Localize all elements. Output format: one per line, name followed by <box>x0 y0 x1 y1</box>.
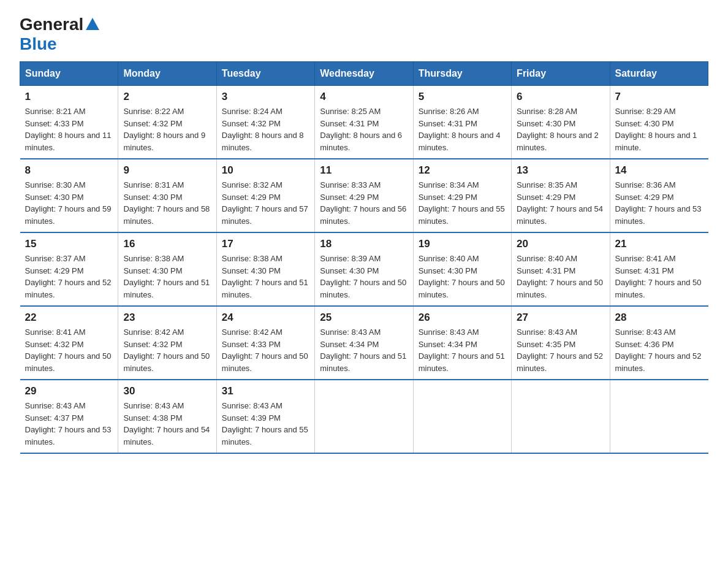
day-number: 2 <box>123 91 211 103</box>
calendar-cell: 15 Sunrise: 8:37 AM Sunset: 4:29 PM Dayl… <box>20 232 118 306</box>
day-number: 6 <box>517 91 604 103</box>
day-number: 8 <box>25 164 113 177</box>
svg-marker-0 <box>86 18 99 30</box>
day-number: 24 <box>222 312 309 324</box>
day-info: Sunrise: 8:43 AM Sunset: 4:38 PM Dayligh… <box>123 400 211 448</box>
day-number: 20 <box>517 238 604 250</box>
calendar-cell: 10 Sunrise: 8:32 AM Sunset: 4:29 PM Dayl… <box>216 159 314 232</box>
week-row-3: 15 Sunrise: 8:37 AM Sunset: 4:29 PM Dayl… <box>20 232 708 306</box>
day-info: Sunrise: 8:29 AM Sunset: 4:30 PM Dayligh… <box>615 105 703 153</box>
day-info: Sunrise: 8:25 AM Sunset: 4:31 PM Dayligh… <box>320 105 408 153</box>
day-info: Sunrise: 8:32 AM Sunset: 4:29 PM Dayligh… <box>222 179 309 227</box>
day-info: Sunrise: 8:43 AM Sunset: 4:39 PM Dayligh… <box>222 400 309 448</box>
logo-triangle-icon <box>86 18 99 33</box>
header-wednesday: Wednesday <box>315 62 413 86</box>
day-info: Sunrise: 8:22 AM Sunset: 4:32 PM Dayligh… <box>123 105 211 153</box>
day-number: 9 <box>123 164 211 177</box>
day-info: Sunrise: 8:43 AM Sunset: 4:34 PM Dayligh… <box>320 326 408 374</box>
calendar-cell: 31 Sunrise: 8:43 AM Sunset: 4:39 PM Dayl… <box>216 380 314 453</box>
day-number: 29 <box>25 385 113 397</box>
calendar-cell: 24 Sunrise: 8:42 AM Sunset: 4:33 PM Dayl… <box>216 306 314 380</box>
calendar-cell: 21 Sunrise: 8:41 AM Sunset: 4:31 PM Dayl… <box>610 232 708 306</box>
day-number: 14 <box>615 164 703 177</box>
header-monday: Monday <box>118 62 216 86</box>
calendar-cell: 12 Sunrise: 8:34 AM Sunset: 4:29 PM Dayl… <box>413 159 511 232</box>
calendar-cell: 1 Sunrise: 8:21 AM Sunset: 4:33 PM Dayli… <box>20 86 118 159</box>
day-number: 31 <box>222 385 309 397</box>
logo: General Blue <box>20 15 99 54</box>
day-number: 4 <box>320 91 408 103</box>
day-info: Sunrise: 8:40 AM Sunset: 4:30 PM Dayligh… <box>419 253 506 301</box>
calendar-cell <box>610 380 708 453</box>
calendar-cell: 5 Sunrise: 8:26 AM Sunset: 4:31 PM Dayli… <box>413 86 511 159</box>
day-info: Sunrise: 8:33 AM Sunset: 4:29 PM Dayligh… <box>320 179 408 227</box>
day-number: 3 <box>222 91 309 103</box>
day-number: 27 <box>517 312 604 324</box>
calendar-cell: 9 Sunrise: 8:31 AM Sunset: 4:30 PM Dayli… <box>118 159 216 232</box>
day-info: Sunrise: 8:40 AM Sunset: 4:31 PM Dayligh… <box>517 253 604 301</box>
calendar-cell: 22 Sunrise: 8:41 AM Sunset: 4:32 PM Dayl… <box>20 306 118 380</box>
header-thursday: Thursday <box>413 62 511 86</box>
calendar-cell: 29 Sunrise: 8:43 AM Sunset: 4:37 PM Dayl… <box>20 380 118 453</box>
day-info: Sunrise: 8:24 AM Sunset: 4:32 PM Dayligh… <box>222 105 309 153</box>
calendar-cell: 25 Sunrise: 8:43 AM Sunset: 4:34 PM Dayl… <box>315 306 413 380</box>
day-number: 11 <box>320 164 408 177</box>
day-info: Sunrise: 8:38 AM Sunset: 4:30 PM Dayligh… <box>123 253 211 301</box>
header-friday: Friday <box>512 62 610 86</box>
day-number: 5 <box>419 91 506 103</box>
calendar-wrapper: SundayMondayTuesdayWednesdayThursdayFrid… <box>0 61 728 473</box>
calendar-cell: 28 Sunrise: 8:43 AM Sunset: 4:36 PM Dayl… <box>610 306 708 380</box>
calendar-cell: 8 Sunrise: 8:30 AM Sunset: 4:30 PM Dayli… <box>20 159 118 232</box>
calendar-cell: 11 Sunrise: 8:33 AM Sunset: 4:29 PM Dayl… <box>315 159 413 232</box>
day-info: Sunrise: 8:43 AM Sunset: 4:34 PM Dayligh… <box>419 326 506 374</box>
day-info: Sunrise: 8:31 AM Sunset: 4:30 PM Dayligh… <box>123 179 211 227</box>
day-number: 26 <box>419 312 506 324</box>
day-info: Sunrise: 8:42 AM Sunset: 4:33 PM Dayligh… <box>222 326 309 374</box>
calendar-header: SundayMondayTuesdayWednesdayThursdayFrid… <box>20 62 708 86</box>
day-info: Sunrise: 8:26 AM Sunset: 4:31 PM Dayligh… <box>419 105 506 153</box>
calendar-cell: 14 Sunrise: 8:36 AM Sunset: 4:29 PM Dayl… <box>610 159 708 232</box>
day-info: Sunrise: 8:43 AM Sunset: 4:36 PM Dayligh… <box>615 326 703 374</box>
calendar-cell: 19 Sunrise: 8:40 AM Sunset: 4:30 PM Dayl… <box>413 232 511 306</box>
day-info: Sunrise: 8:34 AM Sunset: 4:29 PM Dayligh… <box>419 179 506 227</box>
calendar-cell: 20 Sunrise: 8:40 AM Sunset: 4:31 PM Dayl… <box>512 232 610 306</box>
day-number: 28 <box>615 312 703 324</box>
day-info: Sunrise: 8:43 AM Sunset: 4:37 PM Dayligh… <box>25 400 113 448</box>
calendar-cell: 18 Sunrise: 8:39 AM Sunset: 4:30 PM Dayl… <box>315 232 413 306</box>
day-number: 23 <box>123 312 211 324</box>
day-number: 10 <box>222 164 309 177</box>
logo-blue-text: Blue <box>20 34 57 53</box>
calendar-cell: 2 Sunrise: 8:22 AM Sunset: 4:32 PM Dayli… <box>118 86 216 159</box>
day-info: Sunrise: 8:41 AM Sunset: 4:32 PM Dayligh… <box>25 326 113 374</box>
day-number: 7 <box>615 91 703 103</box>
day-info: Sunrise: 8:41 AM Sunset: 4:31 PM Dayligh… <box>615 253 703 301</box>
calendar-cell: 23 Sunrise: 8:42 AM Sunset: 4:32 PM Dayl… <box>118 306 216 380</box>
day-info: Sunrise: 8:21 AM Sunset: 4:33 PM Dayligh… <box>25 105 113 153</box>
day-number: 18 <box>320 238 408 250</box>
day-info: Sunrise: 8:42 AM Sunset: 4:32 PM Dayligh… <box>123 326 211 374</box>
week-row-4: 22 Sunrise: 8:41 AM Sunset: 4:32 PM Dayl… <box>20 306 708 380</box>
day-number: 25 <box>320 312 408 324</box>
calendar-cell: 26 Sunrise: 8:43 AM Sunset: 4:34 PM Dayl… <box>413 306 511 380</box>
day-info: Sunrise: 8:35 AM Sunset: 4:29 PM Dayligh… <box>517 179 604 227</box>
day-number: 17 <box>222 238 309 250</box>
header-saturday: Saturday <box>610 62 708 86</box>
day-number: 13 <box>517 164 604 177</box>
calendar-table: SundayMondayTuesdayWednesdayThursdayFrid… <box>20 61 708 454</box>
calendar-cell <box>413 380 511 453</box>
calendar-cell <box>512 380 610 453</box>
calendar-cell: 16 Sunrise: 8:38 AM Sunset: 4:30 PM Dayl… <box>118 232 216 306</box>
week-row-1: 1 Sunrise: 8:21 AM Sunset: 4:33 PM Dayli… <box>20 86 708 159</box>
day-number: 19 <box>419 238 506 250</box>
calendar-cell: 17 Sunrise: 8:38 AM Sunset: 4:30 PM Dayl… <box>216 232 314 306</box>
logo-general-text: General <box>20 15 83 34</box>
calendar-body: 1 Sunrise: 8:21 AM Sunset: 4:33 PM Dayli… <box>20 86 708 454</box>
day-info: Sunrise: 8:30 AM Sunset: 4:30 PM Dayligh… <box>25 179 113 227</box>
header-sunday: Sunday <box>20 62 118 86</box>
day-info: Sunrise: 8:39 AM Sunset: 4:30 PM Dayligh… <box>320 253 408 301</box>
day-number: 22 <box>25 312 113 324</box>
day-number: 21 <box>615 238 703 250</box>
calendar-cell: 27 Sunrise: 8:43 AM Sunset: 4:35 PM Dayl… <box>512 306 610 380</box>
day-number: 16 <box>123 238 211 250</box>
day-number: 1 <box>25 91 113 103</box>
